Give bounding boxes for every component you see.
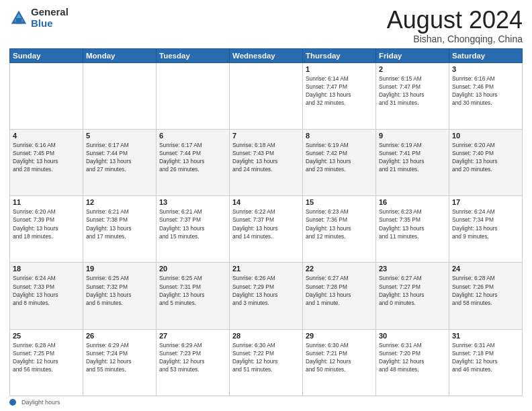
day-cell: 6Sunrise: 6:17 AM Sunset: 7:44 PM Daylig… (157, 129, 230, 195)
day-cell: 8Sunrise: 6:19 AM Sunset: 7:42 PM Daylig… (303, 129, 376, 195)
day-info: Sunrise: 6:25 AM Sunset: 7:32 PM Dayligh… (86, 274, 153, 307)
day-info: Sunrise: 6:29 AM Sunset: 7:24 PM Dayligh… (86, 341, 153, 374)
day-info: Sunrise: 6:23 AM Sunset: 7:35 PM Dayligh… (379, 208, 446, 240)
logo: General Blue (9, 7, 69, 29)
day-cell: 31Sunrise: 6:31 AM Sunset: 7:18 PM Dayli… (449, 329, 523, 396)
day-number: 30 (379, 332, 446, 340)
day-cell (83, 62, 157, 129)
day-number: 14 (232, 198, 300, 206)
day-cell: 27Sunrise: 6:29 AM Sunset: 7:23 PM Dayli… (157, 329, 230, 396)
day-info: Sunrise: 6:19 AM Sunset: 7:42 PM Dayligh… (306, 141, 373, 174)
header-cell-tuesday: Tuesday (157, 48, 230, 62)
day-number: 13 (159, 198, 226, 206)
day-number: 23 (379, 265, 446, 273)
footer-label: Daylight hours (21, 399, 60, 406)
logo-text: General Blue (31, 7, 69, 29)
footer: Daylight hours (9, 399, 523, 406)
day-info: Sunrise: 6:21 AM Sunset: 7:37 PM Dayligh… (159, 208, 226, 240)
day-cell: 21Sunrise: 6:26 AM Sunset: 7:29 PM Dayli… (230, 263, 303, 329)
day-cell: 25Sunrise: 6:28 AM Sunset: 7:25 PM Dayli… (10, 329, 83, 396)
day-info: Sunrise: 6:25 AM Sunset: 7:31 PM Dayligh… (159, 274, 226, 307)
day-cell: 29Sunrise: 6:30 AM Sunset: 7:21 PM Dayli… (303, 329, 376, 396)
day-number: 9 (379, 132, 446, 140)
header: General Blue August 2024 Bishan, Chongqi… (9, 7, 523, 44)
day-info: Sunrise: 6:31 AM Sunset: 7:18 PM Dayligh… (452, 341, 519, 374)
day-cell: 26Sunrise: 6:29 AM Sunset: 7:24 PM Dayli… (83, 329, 157, 396)
calendar-table: SundayMondayTuesdayWednesdayThursdayFrid… (9, 48, 523, 396)
day-number: 10 (452, 132, 519, 140)
day-info: Sunrise: 6:26 AM Sunset: 7:29 PM Dayligh… (232, 274, 300, 307)
day-number: 12 (86, 198, 153, 206)
week-row-1: 1Sunrise: 6:14 AM Sunset: 7:47 PM Daylig… (10, 62, 523, 129)
day-number: 16 (379, 198, 446, 206)
day-cell: 30Sunrise: 6:31 AM Sunset: 7:20 PM Dayli… (376, 329, 449, 396)
day-info: Sunrise: 6:15 AM Sunset: 7:47 PM Dayligh… (379, 75, 446, 107)
logo-icon (9, 9, 28, 28)
day-number: 1 (306, 65, 373, 73)
day-number: 26 (86, 332, 153, 340)
day-cell: 9Sunrise: 6:19 AM Sunset: 7:41 PM Daylig… (376, 129, 449, 195)
week-row-5: 25Sunrise: 6:28 AM Sunset: 7:25 PM Dayli… (10, 329, 523, 396)
header-cell-sunday: Sunday (10, 48, 83, 62)
day-number: 6 (159, 132, 226, 140)
day-cell: 3Sunrise: 6:16 AM Sunset: 7:46 PM Daylig… (449, 62, 523, 129)
page: General Blue August 2024 Bishan, Chongqi… (0, 0, 532, 411)
day-number: 11 (13, 198, 80, 206)
day-number: 2 (379, 65, 446, 73)
header-cell-saturday: Saturday (449, 48, 523, 62)
day-cell (230, 62, 303, 129)
day-cell: 14Sunrise: 6:22 AM Sunset: 7:37 PM Dayli… (230, 196, 303, 263)
day-info: Sunrise: 6:24 AM Sunset: 7:34 PM Dayligh… (452, 208, 519, 240)
day-info: Sunrise: 6:18 AM Sunset: 7:43 PM Dayligh… (232, 141, 300, 174)
day-cell: 19Sunrise: 6:25 AM Sunset: 7:32 PM Dayli… (83, 263, 157, 329)
footer-dot (9, 399, 16, 406)
logo-blue: Blue (31, 18, 69, 30)
calendar-subtitle: Bishan, Chongqing, China (387, 34, 523, 44)
day-info: Sunrise: 6:28 AM Sunset: 7:26 PM Dayligh… (452, 274, 519, 307)
day-info: Sunrise: 6:30 AM Sunset: 7:22 PM Dayligh… (232, 341, 300, 374)
day-info: Sunrise: 6:20 AM Sunset: 7:39 PM Dayligh… (13, 208, 80, 240)
header-cell-friday: Friday (376, 48, 449, 62)
calendar-header: SundayMondayTuesdayWednesdayThursdayFrid… (10, 48, 523, 62)
day-info: Sunrise: 6:20 AM Sunset: 7:40 PM Dayligh… (452, 141, 519, 174)
title-block: August 2024 Bishan, Chongqing, China (387, 7, 523, 44)
day-cell: 10Sunrise: 6:20 AM Sunset: 7:40 PM Dayli… (449, 129, 523, 195)
calendar-title: August 2024 (387, 7, 523, 34)
day-number: 31 (452, 332, 519, 340)
day-cell: 2Sunrise: 6:15 AM Sunset: 7:47 PM Daylig… (376, 62, 449, 129)
calendar-body: 1Sunrise: 6:14 AM Sunset: 7:47 PM Daylig… (10, 62, 523, 396)
day-cell: 13Sunrise: 6:21 AM Sunset: 7:37 PM Dayli… (157, 196, 230, 263)
day-cell: 20Sunrise: 6:25 AM Sunset: 7:31 PM Dayli… (157, 263, 230, 329)
day-cell: 28Sunrise: 6:30 AM Sunset: 7:22 PM Dayli… (230, 329, 303, 396)
header-cell-monday: Monday (83, 48, 157, 62)
day-info: Sunrise: 6:21 AM Sunset: 7:38 PM Dayligh… (86, 208, 153, 240)
day-cell: 18Sunrise: 6:24 AM Sunset: 7:33 PM Dayli… (10, 263, 83, 329)
day-info: Sunrise: 6:17 AM Sunset: 7:44 PM Dayligh… (86, 141, 153, 174)
day-number: 28 (232, 332, 300, 340)
day-info: Sunrise: 6:28 AM Sunset: 7:25 PM Dayligh… (13, 341, 80, 374)
day-cell: 1Sunrise: 6:14 AM Sunset: 7:47 PM Daylig… (303, 62, 376, 129)
day-number: 20 (159, 265, 226, 273)
week-row-3: 11Sunrise: 6:20 AM Sunset: 7:39 PM Dayli… (10, 196, 523, 263)
day-cell: 23Sunrise: 6:27 AM Sunset: 7:27 PM Dayli… (376, 263, 449, 329)
day-number: 4 (13, 132, 80, 140)
day-cell: 4Sunrise: 6:16 AM Sunset: 7:45 PM Daylig… (10, 129, 83, 195)
day-number: 27 (159, 332, 226, 340)
day-info: Sunrise: 6:17 AM Sunset: 7:44 PM Dayligh… (159, 141, 226, 174)
day-number: 22 (306, 265, 373, 273)
day-number: 5 (86, 132, 153, 140)
day-cell: 22Sunrise: 6:27 AM Sunset: 7:28 PM Dayli… (303, 263, 376, 329)
day-cell: 5Sunrise: 6:17 AM Sunset: 7:44 PM Daylig… (83, 129, 157, 195)
day-cell: 11Sunrise: 6:20 AM Sunset: 7:39 PM Dayli… (10, 196, 83, 263)
day-number: 19 (86, 265, 153, 273)
day-info: Sunrise: 6:31 AM Sunset: 7:20 PM Dayligh… (379, 341, 446, 374)
day-number: 25 (13, 332, 80, 340)
day-number: 7 (232, 132, 300, 140)
day-cell: 7Sunrise: 6:18 AM Sunset: 7:43 PM Daylig… (230, 129, 303, 195)
header-cell-wednesday: Wednesday (230, 48, 303, 62)
logo-general: General (31, 7, 69, 18)
day-info: Sunrise: 6:16 AM Sunset: 7:45 PM Dayligh… (13, 141, 80, 174)
day-cell (10, 62, 83, 129)
day-info: Sunrise: 6:27 AM Sunset: 7:27 PM Dayligh… (379, 274, 446, 307)
day-cell: 12Sunrise: 6:21 AM Sunset: 7:38 PM Dayli… (83, 196, 157, 263)
